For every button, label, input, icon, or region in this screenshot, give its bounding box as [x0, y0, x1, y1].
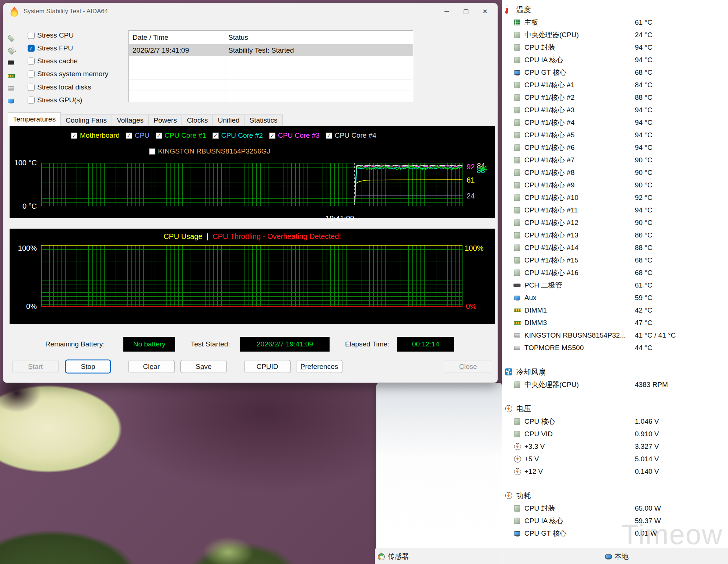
stress-option-stress-gpu-s-[interactable]: Stress GPU(s)	[3, 94, 125, 106]
sensor-row: 中央处理器(CPU)4383 RPM	[502, 378, 728, 391]
stress-option-stress-local-disks[interactable]: Stress local disks	[3, 81, 125, 94]
boltc-icon	[505, 405, 512, 412]
sensor-label: Aux	[524, 292, 537, 304]
temperature-traces	[10, 126, 495, 218]
table-row-empty	[129, 91, 413, 102]
stress-option-stress-cpu[interactable]: Stress CPU	[3, 29, 125, 42]
sensor-value: 94 °C	[635, 129, 653, 141]
temperature-chart: ✓Motherboard✓CPU✓CPU Core #1✓CPU Core #2…	[10, 126, 495, 218]
stress-option-label: Stress FPU	[37, 42, 73, 54]
section-gap	[502, 478, 728, 489]
tab-statistics[interactable]: Statistics	[245, 114, 283, 126]
chip-icon	[514, 195, 520, 201]
usage-right-max: 100%	[465, 244, 483, 253]
chip-icon	[514, 232, 520, 239]
tab-voltages[interactable]: Voltages	[112, 114, 149, 126]
chip-icon	[514, 505, 520, 512]
clear-button[interactable]: Clear	[128, 360, 175, 373]
trace-motherboard	[355, 180, 463, 184]
current-value-88: 88	[477, 166, 485, 175]
sensor-value: 94 °C	[635, 54, 653, 66]
taskbar-local-label[interactable]: 本地	[615, 552, 629, 561]
stress-option-stress-cache[interactable]: Stress cache	[3, 55, 125, 67]
save-button[interactable]: Save	[180, 360, 227, 373]
sensor-label: CPU IA 核心	[524, 54, 563, 66]
background-window	[376, 383, 502, 549]
sensor-value: 0.140 V	[635, 465, 659, 478]
column-status[interactable]: Status	[228, 31, 248, 44]
cpuid-button[interactable]: CPUID	[244, 360, 291, 373]
chip-icon	[514, 145, 520, 151]
stress-option-stress-system-memory[interactable]: Stress system memory	[3, 68, 125, 80]
sensor-value: 94 °C	[635, 141, 653, 154]
chip-icon	[514, 45, 520, 51]
current-value-61: 61	[467, 176, 475, 184]
sensor-label: CPU 核心	[524, 415, 555, 428]
sensor-label: KINGSTON RBUSNS8154P32...	[524, 329, 626, 342]
trace-cpu-core3	[355, 166, 463, 202]
tab-clocks[interactable]: Clocks	[182, 114, 213, 126]
sensor-row: DIMM347 °C	[502, 317, 728, 329]
sensor-label: CPU VID	[524, 428, 553, 440]
table-row-selected[interactable]: 2026/2/7 19:41:09Stability Test: Started	[129, 44, 413, 56]
usage-min-label: 0%	[26, 302, 37, 311]
tab-powers[interactable]: Powers	[149, 114, 182, 126]
tab-unified[interactable]: Unified	[213, 114, 245, 126]
maximize-icon	[464, 9, 468, 14]
sensor-row: CPU #1/核心 #394 °C	[502, 104, 728, 116]
sensor-value: 88 °C	[635, 242, 653, 254]
checkbox-unchecked[interactable]	[28, 32, 35, 39]
disk-icon	[514, 334, 520, 338]
monitor-icon	[605, 554, 612, 559]
stop-button[interactable]: Stop	[66, 360, 110, 373]
ram-icon	[8, 74, 15, 78]
checkbox-unchecked[interactable]	[28, 58, 35, 65]
window-title: System Stability Test - AIDA64	[24, 3, 108, 20]
pch-icon	[514, 284, 520, 287]
tab-cooling-fans[interactable]: Cooling Fans	[61, 114, 112, 126]
taskbar-sensor-segment[interactable]: 传感器	[375, 549, 502, 564]
taskbar-local-segment[interactable]: 本地	[502, 549, 728, 564]
sensor-value: 86 °C	[635, 229, 653, 242]
fpu-icon: 123	[7, 48, 14, 55]
sensor-label: CPU #1/核心 #7	[524, 154, 574, 166]
checkbox-unchecked[interactable]	[28, 84, 35, 91]
checkbox-checked[interactable]: ✓	[28, 45, 35, 52]
battery-value: No battery	[123, 337, 175, 352]
cpu-usage-title: CPU Usage	[163, 232, 203, 240]
log-table[interactable]: Date / Time Status 2026/2/7 19:41:09Stab…	[129, 30, 413, 102]
elapsed-time-label: Elapsed Time:	[345, 337, 389, 352]
sensor-label: CPU #1/核心 #1	[524, 79, 574, 91]
sensor-row: 中央处理器(CPU)24 °C	[502, 29, 728, 41]
preferences-button[interactable]: Preferences	[296, 360, 342, 373]
sensor-row: +12 V0.140 V	[502, 465, 728, 478]
maximize-button[interactable]	[456, 5, 475, 18]
chip-icon	[514, 245, 520, 251]
boltc-icon	[514, 456, 521, 463]
taskbar-sensor-label[interactable]: 传感器	[388, 552, 409, 561]
tab-temperatures[interactable]: Temperatures	[8, 112, 61, 126]
titlebar[interactable]: System Stability Test - AIDA64 ✕	[3, 3, 497, 20]
sensor-row: CPU #1/核心 #1092 °C	[502, 191, 728, 204]
usage-chart-title: CPU Usage | CPU Throttling - Overheating…	[10, 232, 495, 241]
sensor-panel: 温度主板61 °C中央处理器(CPU)24 °CCPU 封装94 °CCPU I…	[502, 0, 728, 549]
close-button[interactable]: ✕	[475, 5, 495, 18]
chip-icon	[514, 207, 520, 214]
monitor-icon	[514, 296, 520, 300]
minimize-button[interactable]	[437, 5, 456, 18]
sensor-value: 5.014 V	[635, 453, 659, 465]
sensor-row: PCH 二极管61 °C	[502, 279, 728, 292]
section-title: 功耗	[516, 489, 531, 502]
elapsed-time-value: 00:12:14	[397, 337, 454, 352]
mobo-icon	[514, 20, 520, 25]
sensor-label: +5 V	[524, 453, 539, 465]
column-date-time[interactable]: Date / Time	[133, 31, 168, 44]
chip-icon	[514, 95, 520, 101]
stress-option-stress-fpu[interactable]: 123✓Stress FPU	[3, 42, 125, 54]
checkbox-unchecked[interactable]	[28, 97, 35, 104]
sensor-value: 41 °C / 41 °C	[635, 329, 676, 342]
stability-test-window: System Stability Test - AIDA64 ✕ Stress …	[3, 3, 498, 383]
sensor-row: CPU #1/核心 #790 °C	[502, 154, 728, 166]
sensor-row: CPU VID0.910 V	[502, 428, 728, 440]
checkbox-unchecked[interactable]	[28, 71, 35, 78]
